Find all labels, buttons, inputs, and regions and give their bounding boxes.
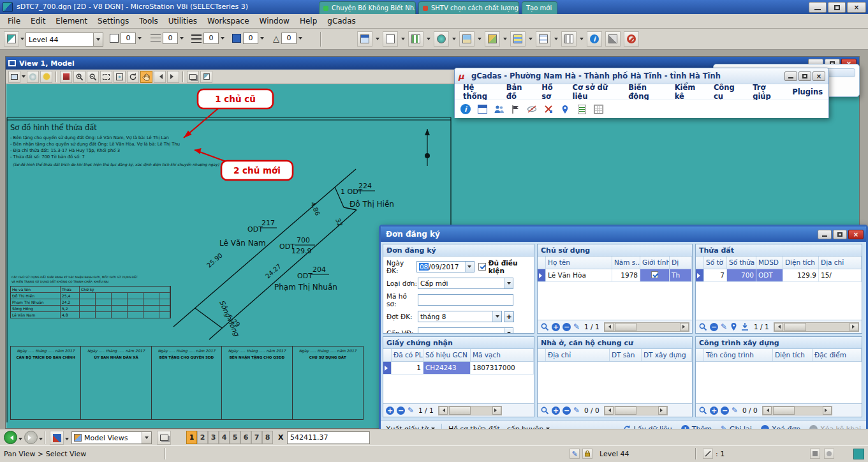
active-line-style-control[interactable]: 0	[151, 33, 184, 44]
gcadas-menu-csdl[interactable]: Cơ sở dữ liệu	[566, 83, 622, 101]
rotate-view-icon[interactable]	[127, 71, 139, 83]
search-icon[interactable]	[698, 322, 707, 331]
gcadas-menu-he-thong[interactable]: Hệ thống	[457, 83, 501, 101]
copy-view-icon[interactable]	[187, 71, 199, 83]
view-previous-icon[interactable]	[154, 71, 166, 83]
column-header[interactable]: DT xây dựng	[642, 349, 692, 361]
du-dieu-kien-checkbox[interactable]	[478, 263, 486, 271]
maximize-button[interactable]	[828, 2, 846, 13]
zoom-out-icon[interactable]	[87, 71, 99, 83]
edit-icon[interactable]: ✎	[573, 406, 580, 414]
dot-dk-combo[interactable]: tháng 8	[418, 311, 502, 322]
add-icon[interactable]: +	[552, 406, 560, 415]
toggle-accudraw-icon[interactable]	[605, 31, 621, 47]
cap-vd-combo[interactable]	[418, 327, 513, 334]
column-header[interactable]: Năm s...	[612, 257, 640, 269]
references-icon[interactable]	[383, 31, 398, 47]
edit-icon[interactable]: ✎	[721, 323, 727, 331]
view-toggle-4[interactable]: 4	[219, 431, 230, 444]
gcadas-menu-ban-do[interactable]: Bản đồ	[501, 83, 536, 101]
view-attributes-icon[interactable]	[60, 71, 72, 83]
menu-file[interactable]: File	[3, 15, 26, 27]
column-header[interactable]: Họ tên	[546, 257, 612, 269]
menu-tools[interactable]: Tools	[134, 15, 163, 27]
gcadas-menu-ho-so[interactable]: Hồ sơ	[536, 83, 566, 101]
column-header[interactable]: Đị	[670, 257, 692, 269]
attribute-table-icon[interactable]	[476, 103, 488, 115]
menu-element[interactable]: Element	[50, 15, 92, 27]
view-toggle-1[interactable]: 1	[186, 431, 197, 444]
gcadas-menu-cong-cu[interactable]: Công cụ	[708, 83, 747, 101]
column-header[interactable]: Giới tính	[640, 257, 670, 269]
hide-eye-icon[interactable]	[526, 103, 538, 115]
scroll-left-button[interactable]	[605, 406, 614, 415]
info-icon[interactable]: i	[460, 103, 471, 115]
remove-icon[interactable]: −	[710, 323, 718, 331]
flag-icon[interactable]	[510, 103, 521, 115]
scroll-left-button[interactable]	[605, 323, 614, 331]
remove-icon[interactable]: −	[563, 323, 571, 331]
column-header[interactable]: Số tờ	[704, 257, 727, 269]
grid-row-selected[interactable]: Lê Văn Hòa 1978 Th	[538, 269, 692, 282]
minimize-button[interactable]	[809, 2, 827, 13]
fit-view-icon[interactable]	[114, 71, 126, 83]
horizontal-scrollbar[interactable]	[438, 406, 502, 415]
horizontal-scrollbar[interactable]	[762, 406, 832, 415]
active-level-combo[interactable]: Level 44	[26, 33, 103, 47]
scrollbar-thumb[interactable]	[615, 323, 636, 331]
column-header[interactable]: Địa chỉ	[546, 349, 610, 361]
view-next-icon[interactable]	[167, 71, 179, 83]
active-element-template[interactable]	[4, 31, 24, 47]
menu-edit[interactable]: Edit	[26, 15, 50, 27]
search-icon[interactable]	[540, 406, 549, 415]
menu-utilities[interactable]: Utilities	[163, 15, 202, 27]
edit-icon[interactable]: ✎	[573, 323, 580, 331]
clip-volume-icon[interactable]	[200, 71, 212, 83]
combo-arrow-button[interactable]	[492, 311, 501, 322]
active-level-status[interactable]: Level 44	[600, 450, 629, 458]
scroll-left-button[interactable]	[439, 406, 448, 415]
grid-row-selected[interactable]: 1 CH24243 1807317000	[383, 362, 534, 375]
column-header[interactable]: Mã vạch	[471, 349, 534, 361]
edit-icon[interactable]: ✎	[408, 406, 414, 414]
search-icon[interactable]	[540, 322, 549, 331]
gcadas-menu-bien-dong[interactable]: Biến động	[622, 83, 669, 101]
ngay-dk-date-field[interactable]: 08/09/2017	[416, 261, 474, 272]
menu-settings[interactable]: Settings	[92, 15, 134, 27]
column-header[interactable]: Diện tích	[783, 257, 819, 269]
dialog-title-bar[interactable]: Đơn đăng ký ×	[381, 227, 866, 242]
loai-don-combo[interactable]: Cấp mới	[418, 278, 513, 289]
popset-icon[interactable]	[624, 31, 639, 47]
combo-arrow-button[interactable]	[142, 432, 151, 443]
combo-arrow-button[interactable]	[504, 328, 513, 334]
view-display-mode-icon[interactable]	[8, 71, 20, 83]
scroll-left-button[interactable]	[774, 323, 783, 331]
gcadas-maximize-button[interactable]	[798, 71, 811, 81]
active-color-control[interactable]: 0	[110, 33, 142, 44]
active-class-control[interactable]: 0	[232, 33, 264, 44]
dialog-maximize-button[interactable]	[833, 230, 847, 239]
active-priority-control[interactable]: △ 0	[273, 33, 302, 44]
scrollbar-thumb[interactable]	[449, 406, 471, 415]
scroll-right-button[interactable]	[850, 323, 858, 331]
horizontal-scrollbar[interactable]	[774, 322, 859, 332]
ma-ho-so-input[interactable]	[418, 294, 513, 306]
gcadas-minimize-button[interactable]	[784, 71, 797, 81]
menu-gcadas[interactable]: gCadas	[322, 15, 361, 27]
horizontal-scrollbar[interactable]	[604, 322, 689, 332]
lock-icon[interactable]	[582, 449, 592, 459]
add-icon[interactable]: +	[386, 406, 394, 415]
scroll-right-button[interactable]	[658, 406, 667, 415]
drafting-tools-icon[interactable]	[50, 431, 64, 445]
column-header[interactable]: Diện tích	[773, 349, 813, 361]
model-views-combo[interactable]: Model Views	[71, 431, 152, 444]
view-group-window-icon[interactable]	[157, 431, 171, 445]
zoom-in-icon[interactable]	[73, 71, 85, 83]
combo-arrow-button[interactable]	[504, 278, 513, 288]
menu-workspace[interactable]: Workspace	[202, 15, 254, 27]
scroll-right-button[interactable]	[823, 406, 832, 415]
markups-icon[interactable]	[485, 31, 500, 47]
pan-view-icon[interactable]	[140, 71, 152, 83]
view-toggle-5[interactable]: 5	[230, 431, 240, 444]
remove-icon[interactable]: −	[563, 406, 571, 415]
